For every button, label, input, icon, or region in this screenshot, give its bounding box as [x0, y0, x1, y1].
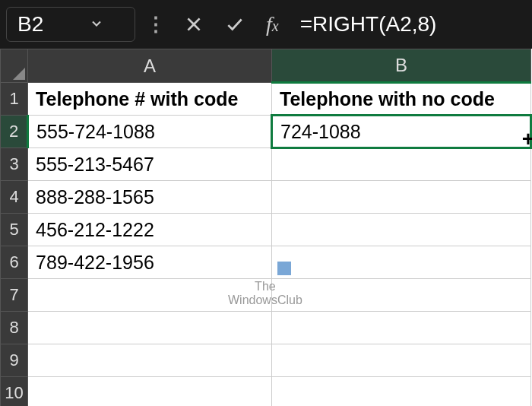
cell-b2[interactable]: 724-1088 +	[272, 116, 531, 148]
cell-b1[interactable]: Telephone with no code	[272, 83, 531, 116]
cell-a6[interactable]: 789-422-1956	[28, 246, 272, 279]
formula-bar: B2 ⋮ fx	[0, 0, 532, 49]
cell-a10[interactable]	[28, 377, 272, 407]
table-row: 10	[1, 377, 531, 407]
column-header-row: A B	[1, 49, 531, 83]
cancel-icon[interactable]	[176, 11, 211, 37]
cell-b8[interactable]	[272, 312, 531, 344]
cell-a9[interactable]	[28, 344, 272, 377]
cell-b4[interactable]	[272, 181, 531, 214]
table-row: 5 456-212-1222	[1, 214, 531, 246]
row-header-8[interactable]: 8	[1, 312, 28, 344]
select-all-corner[interactable]	[1, 49, 28, 83]
table-row: 8	[1, 312, 531, 344]
divider-icon: ⋮	[141, 13, 170, 36]
fill-handle-icon[interactable]: +	[522, 127, 532, 151]
column-header-a[interactable]: A	[28, 49, 272, 83]
table-row: 1 Telephone # with code Telephone with n…	[1, 83, 531, 116]
row-header-3[interactable]: 3	[1, 148, 28, 181]
row-header-10[interactable]: 10	[1, 377, 28, 407]
spreadsheet-grid[interactable]: A B 1 Telephone # with code Telephone wi…	[0, 49, 532, 406]
name-box[interactable]: B2	[6, 7, 135, 42]
column-header-b[interactable]: B	[272, 49, 531, 83]
cell-a2[interactable]: 555-724-1088	[28, 116, 272, 148]
row-header-9[interactable]: 9	[1, 344, 28, 377]
row-header-2[interactable]: 2	[1, 116, 28, 148]
cell-b5[interactable]	[272, 214, 531, 246]
chevron-down-icon[interactable]	[89, 12, 104, 36]
table-row: 3 555-213-5467	[1, 148, 531, 181]
table-row: 4 888-288-1565	[1, 181, 531, 214]
row-header-7[interactable]: 7	[1, 279, 28, 312]
row-header-6[interactable]: 6	[1, 246, 28, 279]
cell-b9[interactable]	[272, 344, 531, 377]
table-row: 7	[1, 279, 531, 312]
cell-a5[interactable]: 456-212-1222	[28, 214, 272, 246]
table-row: 9	[1, 344, 531, 377]
cell-a3[interactable]: 555-213-5467	[28, 148, 272, 181]
cell-b3[interactable]	[272, 148, 531, 181]
table-row: 2 555-724-1088 724-1088 +	[1, 116, 531, 148]
cell-a8[interactable]	[28, 312, 272, 344]
table-row: 6 789-422-1956	[1, 246, 531, 279]
cell-a4[interactable]: 888-288-1565	[28, 181, 272, 214]
formula-input[interactable]	[293, 8, 532, 41]
row-header-5[interactable]: 5	[1, 214, 28, 246]
cell-a7[interactable]	[28, 279, 272, 312]
fx-icon[interactable]: fx	[258, 12, 287, 36]
row-header-1[interactable]: 1	[1, 83, 28, 116]
cell-a1[interactable]: Telephone # with code	[28, 83, 272, 116]
cell-b7[interactable]	[272, 279, 531, 312]
enter-icon[interactable]	[217, 11, 252, 37]
row-header-4[interactable]: 4	[1, 181, 28, 214]
cell-b6[interactable]	[272, 246, 531, 279]
cell-b10[interactable]	[272, 377, 531, 407]
cell-b2-value: 724-1088	[280, 121, 361, 142]
name-box-value: B2	[17, 12, 43, 36]
